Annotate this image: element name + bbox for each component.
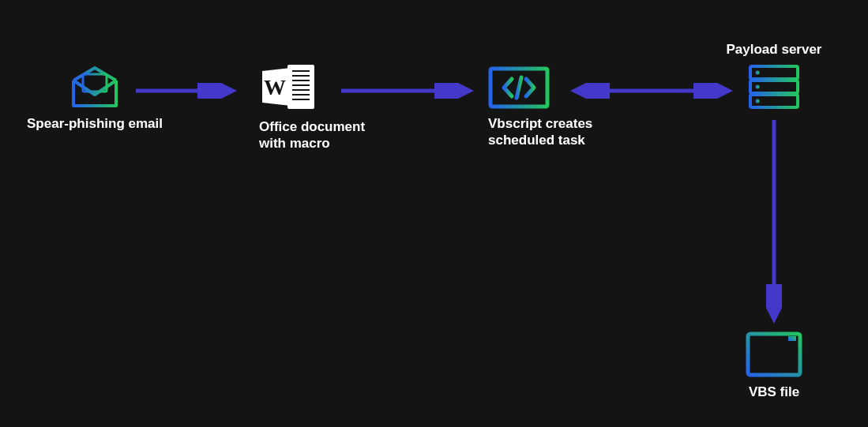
arrow-server-to-vbsfile (766, 118, 782, 324)
server-icon (748, 64, 800, 110)
window-icon (746, 331, 802, 377)
svg-point-21 (756, 85, 760, 89)
node-email-label: Spear-phishing email (27, 115, 163, 132)
svg-text:W: W (264, 75, 286, 99)
svg-point-20 (756, 71, 760, 75)
code-icon (488, 66, 550, 109)
word-document-icon: W (259, 62, 319, 112)
arrow-email-to-doc (134, 83, 237, 99)
node-vbsfile: VBS file (735, 331, 814, 400)
node-server: Payload server (719, 41, 829, 110)
node-server-label: Payload server (727, 41, 822, 58)
svg-line-15 (517, 77, 521, 98)
svg-rect-26 (788, 336, 796, 341)
email-icon (70, 65, 119, 109)
arrow-vbscript-server-bidir (569, 83, 735, 99)
svg-point-22 (756, 99, 760, 103)
node-doc: W Office documentwith macro (243, 62, 385, 152)
arrow-doc-to-vbscript (340, 83, 474, 99)
node-vbscript-label: Vbscript createsscheduled task (488, 115, 592, 149)
node-doc-label: Office documentwith macro (259, 118, 365, 152)
node-vbsfile-label: VBS file (749, 384, 799, 400)
node-vbscript: Vbscript createsscheduled task (474, 66, 616, 149)
